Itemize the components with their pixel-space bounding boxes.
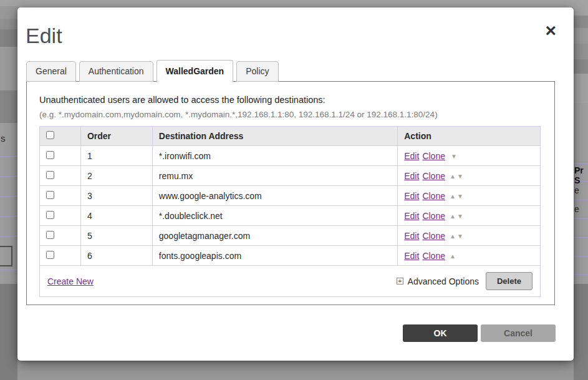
move-down-icon[interactable]: ▼: [457, 213, 463, 220]
table-row: 2 remu.mx EditClone▲▼: [40, 166, 541, 186]
background-input-fragment: [0, 246, 12, 266]
move-up-icon[interactable]: ▲: [450, 193, 456, 200]
table-header-row: Order Destination Address Action: [40, 127, 541, 146]
destination-cell: www.google-analytics.com: [152, 186, 397, 206]
background-top-band: [0, 0, 588, 7]
background-cell-fragment: e: [574, 185, 579, 195]
edit-link[interactable]: Edit: [404, 171, 419, 181]
table-row: 1 *.ironwifi.com EditClone▼: [40, 146, 541, 166]
row-checkbox[interactable]: [46, 251, 54, 259]
order-cell: 5: [80, 226, 152, 246]
edit-link[interactable]: Edit: [404, 191, 419, 201]
dialog-title: Edit: [26, 24, 62, 48]
order-cell: 6: [80, 246, 152, 266]
background-text-fragment: s: [1, 133, 6, 144]
create-new-link[interactable]: Create New: [47, 276, 94, 286]
destination-cell: *.doubleclick.net: [152, 206, 397, 226]
edit-link[interactable]: Edit: [404, 251, 419, 261]
destination-cell: *.ironwifi.com: [152, 146, 397, 166]
table-row: 3 www.google-analytics.com EditClone▲▼: [40, 186, 541, 206]
edit-link[interactable]: Edit: [404, 151, 419, 161]
destination-cell: remu.mx: [152, 166, 397, 186]
move-up-icon[interactable]: ▲: [450, 233, 456, 240]
tab-policy[interactable]: Policy: [236, 61, 278, 82]
row-checkbox[interactable]: [46, 211, 54, 219]
order-cell: 3: [80, 186, 152, 206]
move-up-icon[interactable]: ▲: [450, 253, 456, 260]
table-row: 4 *.doubleclick.net EditClone▲▼: [40, 206, 541, 226]
row-checkbox[interactable]: [46, 191, 54, 199]
move-down-icon[interactable]: ▼: [457, 193, 463, 200]
background-cell-fragment: e: [574, 204, 579, 214]
move-down-icon[interactable]: ▼: [457, 173, 463, 180]
destination-column-header: Destination Address: [152, 127, 397, 146]
action-column-header: Action: [398, 127, 541, 146]
hint-text: (e.g. *.mydomain.com,mydomain.com, *.myd…: [39, 110, 542, 119]
select-all-checkbox[interactable]: [46, 131, 54, 139]
clone-link[interactable]: Clone: [422, 231, 445, 241]
table-row: 6 fonts.googleapis.com EditClone▲: [40, 246, 541, 266]
destination-cell: googletagmanager.com: [152, 226, 397, 246]
edit-link[interactable]: Edit: [404, 211, 419, 221]
tab-walledgarden[interactable]: WalledGarden: [157, 60, 234, 82]
destinations-table: Order Destination Address Action 1 *.iro…: [39, 126, 541, 297]
tab-authentication[interactable]: Authentication: [79, 61, 153, 82]
ok-button[interactable]: OK: [403, 324, 478, 342]
tab-bar: General Authentication WalledGarden Poli…: [26, 59, 279, 82]
move-up-icon[interactable]: ▲: [450, 213, 456, 220]
edit-link[interactable]: Edit: [404, 231, 419, 241]
tab-general[interactable]: General: [26, 61, 76, 82]
edit-dialog: Edit × General Authentication WalledGard…: [17, 7, 574, 361]
clone-link[interactable]: Clone: [422, 191, 445, 201]
cancel-button[interactable]: Cancel: [481, 324, 556, 342]
move-down-icon[interactable]: ▼: [457, 233, 463, 240]
instruction-text: Unauthenticated users are allowed to acc…: [39, 95, 542, 105]
order-cell: 4: [80, 206, 152, 226]
clone-link[interactable]: Clone: [422, 211, 445, 221]
delete-button[interactable]: Delete: [486, 272, 533, 290]
destination-cell: fonts.googleapis.com: [152, 246, 397, 266]
row-checkbox[interactable]: [46, 171, 54, 179]
order-column-header: Order: [80, 127, 152, 146]
order-cell: 1: [80, 146, 152, 166]
row-checkbox[interactable]: [46, 151, 54, 159]
expand-plus-icon[interactable]: +: [397, 278, 403, 285]
clone-link[interactable]: Clone: [422, 171, 445, 181]
row-checkbox[interactable]: [46, 231, 54, 239]
background-right-edge: Pr S e e: [574, 0, 588, 380]
close-icon[interactable]: ×: [545, 21, 556, 40]
walledgarden-panel: Unauthenticated users are allowed to acc…: [26, 81, 555, 305]
move-up-icon[interactable]: ▲: [450, 173, 456, 180]
table-footer-row: Create New + Advanced Options Delete: [40, 266, 541, 297]
order-cell: 2: [80, 166, 152, 186]
table-row: 5 googletagmanager.com EditClone▲▼: [40, 226, 541, 246]
clone-link[interactable]: Clone: [422, 151, 445, 161]
advanced-options-label: Advanced Options: [408, 276, 479, 286]
background-table-header-fragment: Pr S: [574, 165, 588, 185]
clone-link[interactable]: Clone: [422, 251, 445, 261]
move-down-icon[interactable]: ▼: [451, 153, 457, 160]
background-left-edge: s: [0, 0, 17, 380]
